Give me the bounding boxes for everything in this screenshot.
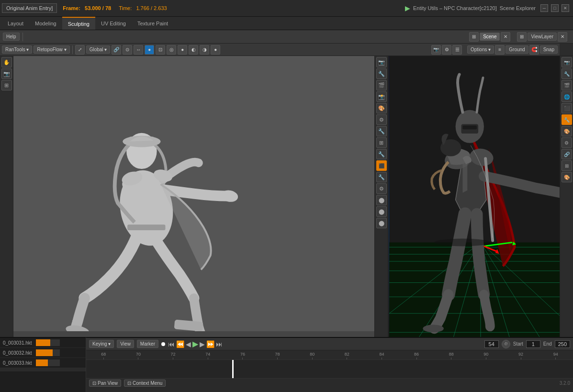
grab-tool[interactable]: ✋ [1, 57, 12, 67]
marker-dot [161, 342, 165, 346]
character-model [13, 56, 374, 331]
viewlayer-close-icon[interactable]: ✕ [558, 32, 567, 42]
render-icon[interactable]: 📷 [431, 45, 441, 55]
left-tool-panel: ↖ ✋ 📷 ⊞ [0, 44, 13, 337]
skip-end-btn[interactable]: ⏭ [216, 340, 223, 348]
tab-uv-editing[interactable]: UV Editing [95, 17, 132, 30]
armored-character [389, 53, 573, 337]
context-menu-button[interactable]: ⊡ Context Menu [124, 380, 166, 387]
viewlayer-tab[interactable]: ViewLayer [528, 33, 557, 41]
snap-icon[interactable]: 🔗 [112, 45, 121, 55]
snap2-icon[interactable]: ⊡ [156, 45, 165, 55]
props-btn-3[interactable]: 🔧 [376, 68, 387, 79]
minimize-button[interactable]: ─ [540, 4, 548, 12]
physics-props-btn[interactable]: ⚙ [562, 137, 572, 148]
scene-icon[interactable]: ⊞ [469, 32, 479, 42]
main-3d-viewport[interactable]: Scene + ✕ Z X Y [13, 44, 374, 337]
file-item-2[interactable]: 0_003032.hkt [0, 348, 86, 358]
window-title: Original Anim Entry] [2, 3, 57, 13]
shading3-icon[interactable]: ◑ [200, 45, 209, 55]
scene-props-btn[interactable]: 🎬 [562, 80, 572, 90]
rantool-dropdown[interactable]: RanTools ▾ [2, 45, 32, 54]
props-btn-4[interactable]: 🎬 [376, 80, 387, 90]
snap-button[interactable]: Snap [540, 45, 558, 54]
ground-button[interactable]: Ground [506, 45, 528, 54]
props-btn-10[interactable]: 🔧 [376, 149, 387, 159]
help-button[interactable]: Help [3, 33, 20, 41]
props-btn-7[interactable]: ⚙ [376, 114, 387, 125]
file-bar-2-fill [36, 349, 53, 356]
viewport-area: ↖ ✋ 📷 ⊞ Scene + ✕ Z X [0, 44, 573, 337]
tab-texture-paint[interactable]: Texture Paint [132, 17, 174, 30]
marker-dropdown[interactable]: Marker [137, 340, 158, 348]
tab-layout[interactable]: Layout [2, 17, 29, 30]
scene-tab[interactable]: Scene [480, 33, 500, 41]
object-props-btn[interactable]: ⬛ [562, 103, 572, 113]
output-props-btn[interactable]: 📷 [562, 57, 572, 67]
close-button[interactable]: ✕ [562, 4, 569, 12]
properties-icon[interactable]: ☰ [452, 45, 462, 55]
constraints-props-btn[interactable]: 🔗 [562, 149, 572, 159]
skip-start-btn[interactable]: ⏮ [168, 340, 175, 348]
props-btn-5[interactable]: 📸 [376, 91, 387, 102]
play-btn[interactable]: ▶ [192, 339, 198, 348]
timeline-content[interactable] [86, 360, 573, 378]
next-keyframe-btn[interactable]: ▶ [200, 340, 205, 348]
file-item-1[interactable]: 0_003031.hkt [0, 338, 86, 348]
options-dropdown[interactable]: Options ▾ [467, 45, 494, 54]
pan-view-button[interactable]: ⊡ Pan View [89, 380, 121, 387]
snap-magnet-icon[interactable]: 🧲 [529, 45, 539, 55]
clock-icon[interactable]: ⏱ [502, 340, 510, 348]
modifier-props-btn[interactable]: 🔧 [562, 114, 572, 125]
prev-keyframe-btn[interactable]: ◀ [186, 340, 191, 348]
props-btn-8[interactable]: 🔧 [376, 126, 387, 136]
shading4-icon[interactable]: ● [211, 45, 220, 55]
props-btn-15[interactable]: ⬤ [376, 206, 387, 217]
end-frame-field[interactable]: 250 [555, 340, 570, 348]
settings-icon[interactable]: ⚙ [442, 45, 451, 55]
props-btn-14[interactable]: ⬤ [376, 195, 387, 205]
tab-sculpting[interactable]: Sculpting [62, 17, 95, 30]
material-props-btn[interactable]: 🎨 [562, 172, 572, 182]
props-btn-9[interactable]: ⊞ [376, 137, 387, 148]
prev-frame-btn[interactable]: ⏪ [176, 340, 184, 348]
world-props-btn[interactable]: 🌐 [562, 91, 572, 102]
file-item-3[interactable]: 0_003033.hkt [0, 358, 86, 368]
data-props-btn[interactable]: ⊞ [562, 160, 572, 171]
transform-icon[interactable]: ⤢ [75, 45, 85, 55]
shading2-icon[interactable]: ◐ [189, 45, 198, 55]
transform2-icon[interactable]: ↔ [134, 45, 143, 55]
restore-button[interactable]: □ [551, 4, 559, 12]
ground-icon[interactable]: ≡ [495, 45, 505, 55]
timeline-area: 0_003031.hkt 0_003032.hkt 0_003033.hkt K… [0, 337, 573, 392]
start-frame-field[interactable]: 1 [526, 340, 540, 348]
view-dropdown[interactable]: View [117, 340, 134, 348]
viewlayer-icon[interactable]: ⊞ [517, 32, 527, 42]
ruler-mark-82: 82 [329, 352, 364, 359]
timeline-scrubbar[interactable] [232, 360, 234, 378]
props-btn-2[interactable]: 📷 [376, 57, 387, 67]
ruler-mark-76: 76 [225, 352, 260, 359]
keying-dropdown[interactable]: Keying ▾ [89, 340, 114, 348]
props-btn-6[interactable]: 🎨 [376, 103, 387, 113]
current-frame-field[interactable]: 54 [484, 340, 499, 348]
retopoflow-dropdown[interactable]: RetopoFlow ▾ [34, 45, 69, 54]
cursor-icon[interactable]: ● [145, 45, 154, 55]
props-btn-12[interactable]: 🔧 [376, 172, 387, 182]
timeline-bottom-bar: ⊡ Pan View ⊡ Context Menu 3.2.0 [86, 378, 573, 388]
next-frame-btn[interactable]: ⏩ [206, 340, 214, 348]
global-dropdown[interactable]: Global ▾ [86, 45, 111, 54]
props-active-btn[interactable]: ⬛ [376, 160, 387, 171]
scene-close-icon[interactable]: ✕ [501, 32, 510, 42]
particles-props-btn[interactable]: 🎨 [562, 126, 572, 136]
props-btn-13[interactable]: ⚙ [376, 183, 387, 194]
shading-icon[interactable]: ● [178, 45, 187, 55]
overlay-icon[interactable]: ◎ [167, 45, 176, 55]
camera-tool[interactable]: 📷 [1, 68, 12, 79]
ruler-mark-80: 80 [295, 352, 330, 359]
tab-modeling[interactable]: Modeling [29, 17, 62, 30]
grid-tool[interactable]: ⊞ [1, 80, 12, 90]
props-btn-16[interactable]: ⬤ [376, 218, 387, 228]
pivot-icon[interactable]: ⊙ [123, 45, 132, 55]
view-layer-props-btn[interactable]: 🔧 [562, 68, 572, 79]
